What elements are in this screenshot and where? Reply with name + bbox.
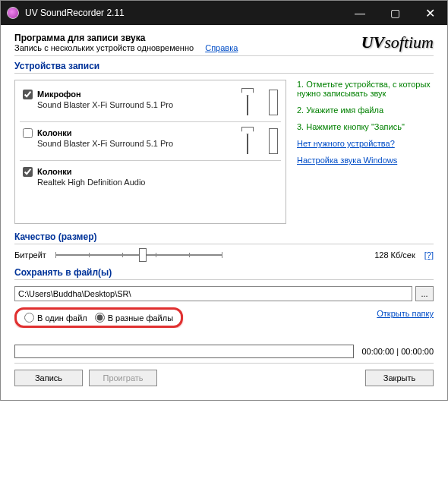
windows-sound-settings-link[interactable]: Настройка звука Windows [297,156,434,165]
device-row: Микрофон Sound Blaster X-Fi Surround 5.1… [20,85,281,120]
device-desc: Realtek High Definition Audio [37,178,278,187]
device-desc: Sound Blaster X-Fi Surround 5.1 Pro [37,100,232,109]
play-button[interactable]: Проиграть [89,370,157,386]
device-name: Колонки [37,167,72,176]
quality-section-title: Качество (размер) [14,231,434,244]
device-row: Колонки Realtek High Definition Audio [20,162,281,191]
brand-logo: UVsoftium [361,33,434,52]
no-device-link[interactable]: Нет нужного устройства? [297,139,434,148]
device-checkbox[interactable] [23,128,33,138]
save-section-title: Сохранять в файл(ы) [14,267,434,280]
close-window-button[interactable]: ✕ [412,1,447,25]
device-checkbox[interactable] [23,167,33,177]
bitrate-value: 128 Кб/сек [374,250,415,260]
time-display: 00:00:00 | 00:00:00 [361,347,434,356]
device-volume-slider[interactable] [237,90,264,115]
close-button[interactable]: Закрыть [365,370,434,386]
device-level-meter [269,90,278,115]
device-name: Колонки [37,128,72,137]
titlebar: UV SoundRecorder 2.11 — ▢ ✕ [1,1,447,25]
header-subtitle: Запись с нескольких устройств одновремен… [14,43,194,52]
help-link[interactable]: Справка [205,43,238,52]
quality-help-link[interactable]: [?] [424,250,434,260]
device-row: Колонки Sound Blaster X-Fi Surround 5.1 … [20,124,281,159]
radio-multi-file[interactable]: В разные файлы [95,313,173,323]
bitrate-label: Битрейт [14,250,46,260]
device-checkbox[interactable] [23,90,33,99]
bitrate-slider[interactable] [55,254,365,256]
device-desc: Sound Blaster X-Fi Surround 5.1 Pro [37,139,232,148]
minimize-button[interactable]: — [342,1,377,25]
header-title: Программа для записи звука [14,33,145,43]
tip-text: 3. Нажмите кнопку "Запись" [297,122,434,131]
device-volume-slider[interactable] [237,128,264,154]
window-title: UV SoundRecorder 2.11 [25,8,125,18]
browse-button[interactable]: ... [415,286,434,301]
tip-text: 1. Отметьте устройства, с которых нужно … [297,80,434,98]
open-folder-link[interactable]: Открыть папку [377,309,434,318]
app-icon [7,7,19,19]
radio-single-file[interactable]: В один файл [24,313,87,323]
record-button[interactable]: Запись [14,370,83,386]
file-mode-radios: В один файл В разные файлы [14,307,183,328]
device-level-meter [269,128,278,154]
device-name: Микрофон [37,90,81,99]
app-window: UV SoundRecorder 2.11 — ▢ ✕ Программа дл… [0,0,448,401]
tip-text: 2. Укажите имя файла [297,105,434,115]
progress-bar [14,345,354,358]
devices-section-title: Устройства записи [14,61,434,74]
tips-panel: 1. Отметьте устройства, с которых нужно … [297,80,434,224]
maximize-button[interactable]: ▢ [377,1,412,25]
save-path-input[interactable] [14,286,412,301]
device-list: Микрофон Sound Blaster X-Fi Surround 5.1… [14,80,286,224]
